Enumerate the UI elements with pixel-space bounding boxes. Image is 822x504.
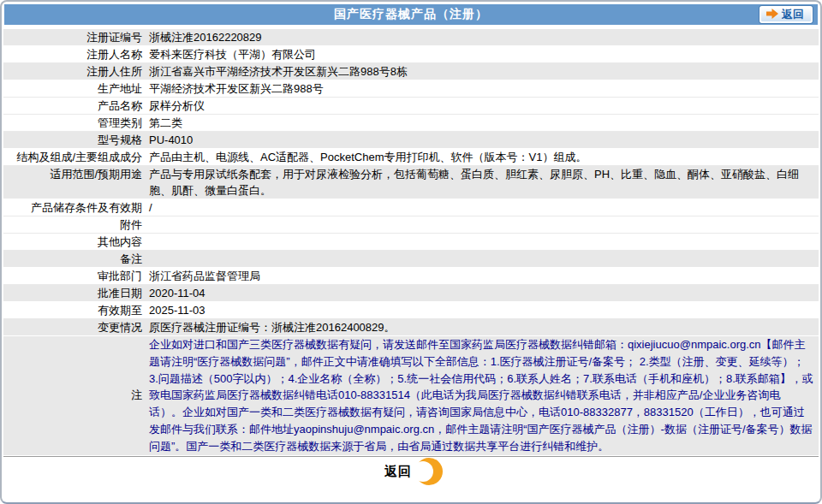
- row-value: [149, 216, 819, 233]
- table-row-note: 注 企业如对进口和国产三类医疗器械数据有疑问，请发送邮件至国家药监局医疗器械数据…: [3, 336, 819, 456]
- table-row: 注册人名称 爱科来医疗科技（平湖）有限公司: [3, 46, 819, 63]
- back-arrow-icon: [766, 9, 778, 21]
- table-row: 有效期至 2025-11-03: [3, 302, 819, 319]
- table-row: 管理类别 第二类: [3, 115, 819, 132]
- table-row: 适用范围/预期用途 产品与专用尿试纸条配套，用于对尿液检验分析，包括葡萄糖、蛋白…: [3, 166, 819, 199]
- row-label: 管理类别: [3, 115, 149, 131]
- back-button-label: 返回: [782, 7, 804, 22]
- row-value: 2020-11-04: [149, 285, 819, 301]
- back-button[interactable]: 返回: [759, 6, 813, 23]
- row-value: 浙江省嘉兴市平湖经济技术开发区新兴二路988号8栋: [149, 63, 819, 80]
- table-row: 备注: [3, 251, 819, 268]
- row-label: 注册人住所: [3, 63, 149, 80]
- row-label: 注册证编号: [3, 29, 149, 45]
- row-value: 第二类: [149, 115, 819, 131]
- footer-back-button[interactable]: 返回: [379, 458, 443, 485]
- row-label: 适用范围/预期用途: [3, 166, 149, 199]
- crescent-circle-icon: [415, 458, 443, 485]
- row-value: 爱科来医疗科技（平湖）有限公司: [149, 46, 819, 62]
- table-row: 生产地址 平湖经济技术开发区新兴二路988号: [3, 80, 819, 98]
- row-value: 2025-11-03: [149, 302, 819, 318]
- table-row: 批准日期 2020-11-04: [3, 285, 819, 302]
- table-row: 附件: [3, 216, 819, 234]
- row-value: 浙械注准20162220829: [149, 29, 819, 45]
- row-value: 产品由主机、电源线、AC适配器、PocketChem专用打印机、软件（版本号：V…: [149, 149, 819, 165]
- row-value: PU-4010: [149, 132, 819, 148]
- row-label: 变更情况: [3, 319, 149, 335]
- row-label: 型号规格: [3, 132, 149, 148]
- row-label: 其他内容: [3, 234, 149, 250]
- table-row: 型号规格 PU-4010: [3, 132, 819, 149]
- row-value: 原医疗器械注册证编号：浙械注准20162400829。: [149, 319, 819, 335]
- page-header: 国产医疗器械产品（注册） 返回: [4, 4, 818, 25]
- footer-back-label: 返回: [384, 463, 412, 479]
- table-row: 注册证编号 浙械注准20162220829: [3, 29, 819, 46]
- table-row: 审批部门 浙江省药品监督管理局: [3, 268, 819, 285]
- row-value: 尿样分析仪: [149, 98, 819, 114]
- table-row: 结构及组成/主要组成成分 产品由主机、电源线、AC适配器、PocketChem专…: [3, 149, 819, 166]
- table-row: 变更情况 原医疗器械注册证编号：浙械注准20162400829。: [3, 319, 819, 336]
- row-label: 生产地址: [3, 80, 149, 97]
- footer: 返回: [2, 457, 820, 486]
- row-label: 备注: [3, 251, 149, 267]
- table-row: 其他内容: [3, 234, 819, 251]
- row-label: 注: [3, 336, 149, 455]
- row-label: 有效期至: [3, 302, 149, 318]
- row-value: [149, 234, 819, 250]
- row-label: 注册人名称: [3, 46, 149, 62]
- table-row: 产品储存条件及有效期 /: [3, 199, 819, 216]
- table-row: 产品名称 尿样分析仪: [3, 98, 819, 115]
- row-label: 产品储存条件及有效期: [3, 199, 149, 216]
- row-label: 结构及组成/主要组成成分: [3, 149, 149, 165]
- page-frame: 国产医疗器械产品（注册） 返回 注册证编号 浙械注准20162220829 注册…: [0, 0, 822, 504]
- row-label: 批准日期: [3, 285, 149, 301]
- row-label: 审批部门: [3, 268, 149, 284]
- row-value: 平湖经济技术开发区新兴二路988号: [149, 80, 819, 97]
- table-row: 注册人住所 浙江省嘉兴市平湖经济技术开发区新兴二路988号8栋: [3, 63, 819, 80]
- row-value: 产品与专用尿试纸条配套，用于对尿液检验分析，包括葡萄糖、蛋白质、胆红素、尿胆原、…: [149, 166, 819, 199]
- note-text: 企业如对进口和国产三类医疗器械数据有疑问，请发送邮件至国家药监局医疗器械数据纠错…: [149, 336, 819, 455]
- detail-table: 注册证编号 浙械注准20162220829 注册人名称 爱科来医疗科技（平湖）有…: [3, 29, 819, 457]
- row-value: /: [149, 199, 819, 216]
- page-title: 国产医疗器械产品（注册）: [334, 7, 488, 22]
- row-label: 产品名称: [3, 98, 149, 114]
- row-value: [149, 251, 819, 267]
- row-value: 浙江省药品监督管理局: [149, 268, 819, 284]
- row-label: 附件: [3, 216, 149, 233]
